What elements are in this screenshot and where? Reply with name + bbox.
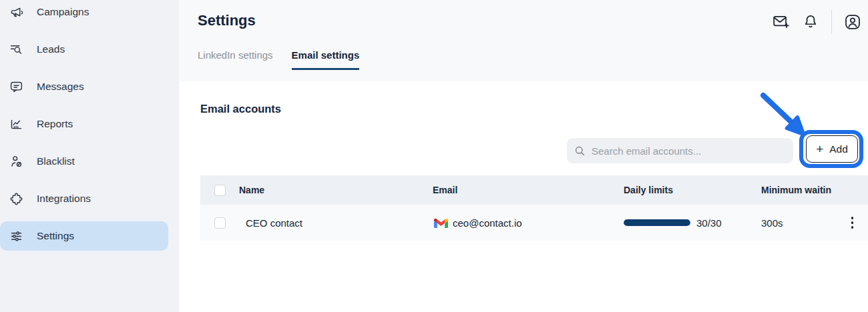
account-email: ceo@contact.io — [453, 217, 522, 229]
topbar-icons — [773, 12, 861, 32]
mail-plus-icon[interactable] — [773, 13, 790, 31]
sidebar-item-messages[interactable]: Messages — [0, 72, 168, 101]
sidebar-item-label: Blacklist — [37, 155, 75, 167]
search-icon — [574, 145, 586, 157]
sidebar-item-campaigns[interactable]: Campaigns — [0, 0, 168, 27]
blacklist-person-icon — [9, 155, 23, 169]
sidebar-item-label: Settings — [37, 230, 74, 242]
table-header-row: Name Email Daily limits Minimum waiting — [200, 175, 868, 205]
sidebar-item-label: Reports — [37, 118, 73, 130]
daily-limits-cell: 30/30 — [621, 217, 756, 229]
reports-chart-icon — [9, 117, 23, 131]
daily-limit-progress-bar — [624, 219, 690, 226]
email-accounts-table: Name Email Daily limits Minimum waiting … — [200, 175, 868, 241]
page-title: Settings — [198, 12, 256, 29]
settings-tabs: LinkedIn settings Email settings — [198, 49, 359, 70]
minimum-waiting-value: 300s — [756, 217, 831, 229]
sliders-icon — [9, 229, 23, 243]
sidebar-item-integrations[interactable]: Integrations — [0, 184, 168, 213]
sidebar-item-settings[interactable]: Settings — [0, 221, 168, 251]
row-checkbox[interactable] — [214, 217, 226, 229]
daily-limit-progress-fill — [624, 219, 690, 226]
add-button[interactable]: + Add — [806, 135, 858, 163]
account-name: CEO contact — [239, 217, 433, 229]
search-input[interactable] — [592, 145, 787, 157]
sidebar-item-label: Messages — [37, 81, 84, 93]
sidebar-item-blacklist[interactable]: Blacklist — [0, 147, 168, 176]
profile-icon[interactable] — [844, 13, 861, 31]
megaphone-icon — [9, 5, 23, 19]
leads-search-icon — [9, 43, 23, 57]
sidebar-item-leads[interactable]: Leads — [0, 35, 168, 64]
sidebar-item-reports[interactable]: Reports — [0, 109, 168, 139]
sidebar-item-label: Campaigns — [37, 6, 89, 18]
message-icon — [9, 80, 23, 94]
gmail-icon — [434, 217, 448, 228]
search-box — [567, 138, 793, 163]
sidebar-item-label: Integrations — [37, 193, 91, 205]
topbar-divider — [831, 10, 832, 34]
column-header-email: Email — [433, 185, 621, 195]
bell-icon[interactable] — [802, 13, 819, 31]
row-actions-kebab-icon[interactable] — [849, 214, 857, 231]
column-header-daily-limits: Daily limits — [621, 185, 756, 195]
sidebar: Campaigns Leads Messages Reports — [0, 0, 179, 312]
add-button-label: Add — [829, 143, 848, 155]
select-all-checkbox[interactable] — [214, 185, 226, 196]
sidebar-item-label: Leads — [37, 43, 65, 55]
daily-limit-value: 30/30 — [696, 217, 722, 229]
table-row: CEO contact ceo@contact.io 30/30 300s — [200, 205, 868, 241]
tab-email-settings[interactable]: Email settings — [292, 49, 360, 70]
puzzle-icon — [9, 192, 23, 206]
account-email-cell: ceo@contact.io — [433, 217, 621, 229]
column-header-minimum-waiting: Minimum waiting — [756, 185, 831, 195]
plus-icon: + — [816, 142, 823, 157]
column-header-name: Name — [239, 185, 433, 195]
tab-linkedin-settings[interactable]: LinkedIn settings — [198, 49, 273, 70]
section-title-email-accounts: Email accounts — [200, 103, 281, 115]
annotation-arrow-icon — [734, 85, 815, 145]
